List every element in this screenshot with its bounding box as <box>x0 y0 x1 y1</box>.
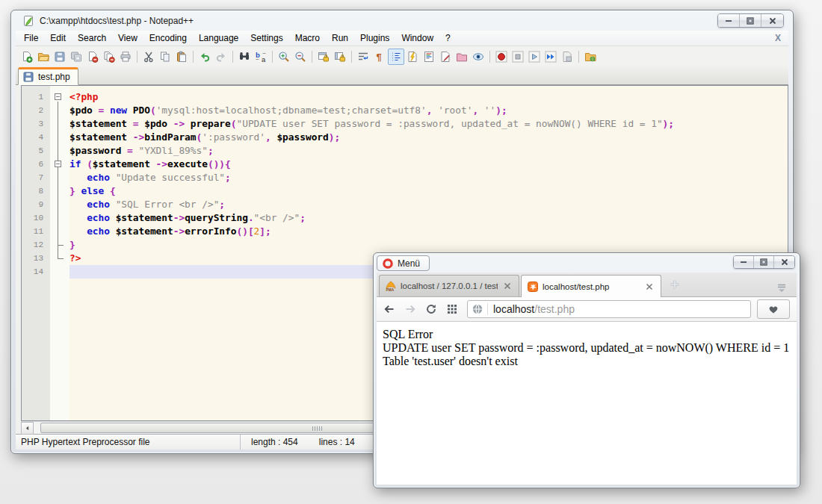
document-tab-bar: test.php <box>16 66 788 85</box>
tab-menu-icon[interactable] <box>776 281 788 293</box>
tab-close-icon[interactable] <box>643 281 655 293</box>
toolbar-separator <box>193 51 194 63</box>
tab-test-php[interactable]: test.php <box>18 67 78 85</box>
menu-window[interactable]: Window <box>395 31 439 45</box>
macro-play-icon[interactable] <box>526 49 543 65</box>
menu-encoding[interactable]: Encoding <box>143 31 193 45</box>
macro-record-icon[interactable] <box>493 49 510 65</box>
back-button[interactable] <box>383 303 395 315</box>
open-folder-icon[interactable] <box>35 49 52 65</box>
page-content: SQL ErrorUPDATE user SET password = :pas… <box>377 322 797 485</box>
browser-tab-1[interactable]: PMAlocalhost / 127.0.0.1 / test <box>379 275 519 296</box>
folder-workspace-icon[interactable] <box>582 49 599 65</box>
indent-guide-icon[interactable] <box>388 49 404 65</box>
menu-edit[interactable]: Edit <box>44 31 72 45</box>
close-button[interactable] <box>761 14 783 27</box>
opera-menu-button[interactable]: Menü <box>377 255 430 271</box>
menu-plugins[interactable]: Plugins <box>354 31 395 45</box>
fold-margin[interactable] <box>50 86 69 420</box>
close-doc-icon[interactable] <box>84 49 101 65</box>
toolbar-separator <box>312 51 312 63</box>
user-lang-pen-icon[interactable] <box>437 49 454 65</box>
code-line-5: $password = "YXDli_89%s"; <box>69 144 788 158</box>
tab-title: localhost / 127.0.0.1 / test <box>401 281 498 290</box>
macro-save-icon[interactable] <box>559 49 575 65</box>
close-button[interactable] <box>774 256 794 268</box>
scroll-left-button[interactable] <box>21 422 34 435</box>
speed-dial-button[interactable] <box>446 303 458 315</box>
eye-preview-icon[interactable] <box>470 49 486 65</box>
sync-scroll-h-icon[interactable] <box>332 49 348 65</box>
show-all-chars-icon[interactable]: ¶ <box>371 49 388 65</box>
undo-icon[interactable] <box>197 49 213 65</box>
menu-view[interactable]: View <box>112 31 143 45</box>
status-lines: lines : 14 <box>298 437 355 447</box>
paste-icon[interactable] <box>173 49 190 65</box>
svg-text:PMA: PMA <box>386 288 395 292</box>
menu-file[interactable]: File <box>18 31 44 45</box>
reload-button[interactable] <box>425 303 437 315</box>
opera-logo-icon <box>382 258 394 270</box>
site-globe-icon <box>472 303 483 315</box>
shortcut-lightning-icon[interactable] <box>404 49 421 65</box>
code-line-9: echo "SQL Error <br />"; <box>69 198 788 211</box>
maximize-button[interactable] <box>740 14 761 27</box>
window-controls <box>717 13 784 28</box>
page-text-line: Table 'test.user' doesn't exist <box>383 355 791 368</box>
fold-collapse-box[interactable] <box>55 161 61 167</box>
notepadpp-titlebar[interactable]: C:\xampp\htdocs\test.php - Notepad++ <box>11 10 793 31</box>
url-path: /test.php <box>534 303 575 315</box>
page-text-line: UPDATE user SET password = :password, up… <box>383 341 791 355</box>
new-file-icon[interactable] <box>19 49 35 65</box>
address-bar[interactable]: localhost /test.php <box>467 300 751 318</box>
forward-button[interactable] <box>404 303 416 315</box>
code-line-10: echo $statement->queryString."<br />"; <box>69 211 788 225</box>
browser-tab-bar: PMAlocalhost / 127.0.0.1 / testlocalhost… <box>377 273 797 297</box>
cut-icon[interactable] <box>140 49 157 65</box>
save-all-icon[interactable] <box>68 49 84 65</box>
menu-search[interactable]: Search <box>72 31 112 45</box>
menubar-close-button[interactable]: X <box>775 33 781 43</box>
menu-run[interactable]: Run <box>326 31 354 45</box>
sync-scroll-v-icon[interactable] <box>315 49 332 65</box>
tab-close-icon[interactable] <box>501 280 513 292</box>
fold-line <box>58 102 58 258</box>
doc-map-icon[interactable] <box>421 49 437 65</box>
redo-icon[interactable] <box>213 49 229 65</box>
browser-tab-2[interactable]: localhost/test.php <box>521 275 661 297</box>
page-text-line: SQL Error <box>383 328 791 341</box>
save-icon[interactable] <box>52 49 68 65</box>
menu-help[interactable]: ? <box>439 31 457 45</box>
code-line-4: $statement ->bindParam(':password', $pas… <box>69 131 788 144</box>
toolbar: ba¶ <box>16 46 788 66</box>
find-icon[interactable] <box>236 49 253 65</box>
fold-collapse-box[interactable] <box>55 93 61 100</box>
svg-text:b: b <box>256 51 260 59</box>
bookmark-heart-button[interactable] <box>757 299 790 319</box>
minimize-button[interactable] <box>734 256 754 268</box>
window-title: C:\xampp\htdocs\test.php - Notepad++ <box>40 16 194 26</box>
zoom-in-icon[interactable] <box>276 49 292 65</box>
macro-stop-icon[interactable] <box>510 49 526 65</box>
new-tab-button[interactable] <box>669 279 681 290</box>
fold-end-mark <box>58 258 64 259</box>
line-number-gutter: 1234567891011121314 <box>22 86 50 420</box>
menu-settings[interactable]: Settings <box>244 31 288 45</box>
replace-icon[interactable]: ba <box>253 49 269 65</box>
close-all-docs-icon[interactable] <box>101 49 117 65</box>
menu-macro[interactable]: Macro <box>289 31 326 45</box>
doc-switcher-icon[interactable] <box>454 49 470 65</box>
word-wrap-icon[interactable] <box>355 49 371 65</box>
xampp-icon <box>527 281 539 293</box>
toolbar-separator <box>578 51 579 63</box>
maximize-button[interactable] <box>754 256 774 268</box>
menu-language[interactable]: Language <box>193 31 244 45</box>
copy-icon[interactable] <box>157 49 173 65</box>
macro-run-multi-icon[interactable] <box>543 49 559 65</box>
tab-label: test.php <box>38 72 70 82</box>
minimize-button[interactable] <box>718 14 740 27</box>
code-line-7: echo "Update successful"; <box>69 171 788 184</box>
zoom-out-icon[interactable] <box>292 49 309 65</box>
toolbar-separator <box>137 51 137 63</box>
print-icon[interactable] <box>117 49 134 65</box>
